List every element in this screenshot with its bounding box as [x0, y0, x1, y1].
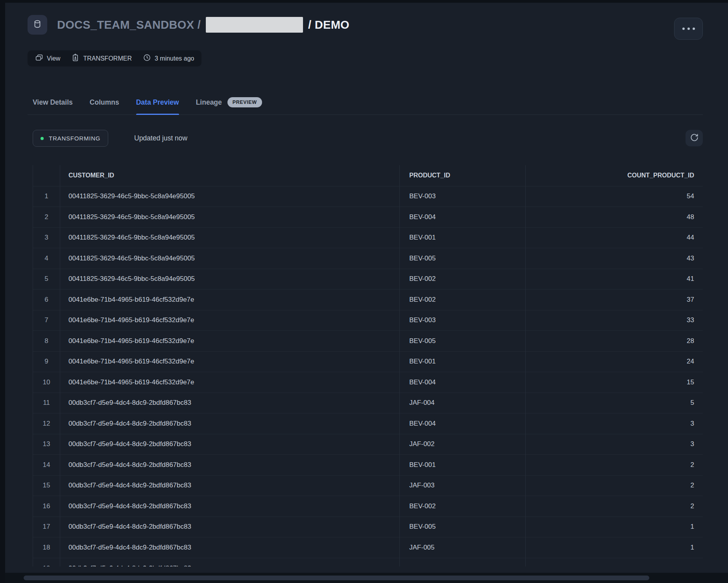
row-number-cell: 12 — [33, 413, 60, 434]
customer-id-cell: 0041e6be-71b4-4965-b619-46cf532d9e7e — [60, 290, 400, 310]
table-row: 1200db3cf7-d5e9-4dc4-8dc9-2bdfd867bc83BE… — [33, 413, 703, 434]
customer-id-cell: 00db3cf7-d5e9-4dc4-8dc9-2bdfd867bc83 — [60, 413, 400, 434]
tab-label: Lineage — [196, 98, 222, 107]
table-row: 1400db3cf7-d5e9-4dc4-8dc9-2bdfd867bc83BE… — [33, 455, 703, 476]
count-cell: 41 — [526, 269, 703, 290]
refresh-icon — [690, 133, 699, 144]
product-id-cell — [400, 558, 526, 566]
row-number-cell: 15 — [33, 475, 60, 496]
meta-type: View — [35, 54, 60, 63]
more-actions-button[interactable] — [674, 18, 703, 40]
table-row: 300411825-3629-46c5-9bbc-5c8a94e95005BEV… — [33, 227, 703, 248]
product-id-cell: BEV-002 — [400, 290, 526, 310]
product-id-cell: BEV-002 — [400, 496, 526, 517]
table-row: 100041e6be-71b4-4965-b619-46cf532d9e7eBE… — [33, 372, 703, 393]
count-cell: 43 — [526, 248, 703, 269]
product-id-cell: JAF-004 — [400, 393, 526, 413]
count-cell: 48 — [526, 207, 703, 228]
row-number-cell: 7 — [33, 310, 60, 331]
product-id-cell: BEV-004 — [400, 413, 526, 434]
table-row: 80041e6be-71b4-4965-b619-46cf532d9e7eBEV… — [33, 331, 703, 352]
product-id-cell: JAF-005 — [400, 537, 526, 558]
breadcrumb-title: DOCS_TEAM_SANDBOX / / DEMO — [57, 15, 349, 35]
table-row: 1900db3cf7-d5e9-4dc4-8dc9-2bdfd867bc83 — [33, 558, 703, 566]
data-preview-table: CUSTOMER_IDPRODUCT_IDCOUNT_PRODUCT_ID 10… — [33, 165, 703, 566]
product-id-cell: BEV-001 — [400, 455, 526, 476]
count-cell: 28 — [526, 331, 703, 352]
tab-columns[interactable]: Columns — [90, 90, 119, 115]
breadcrumb-object: / DEMO — [308, 18, 349, 31]
count-cell: 44 — [526, 227, 703, 248]
database-icon — [33, 19, 42, 30]
table-header-row: CUSTOMER_IDPRODUCT_IDCOUNT_PRODUCT_ID — [33, 165, 703, 186]
column-header-count_product_id: COUNT_PRODUCT_ID — [526, 165, 703, 186]
customer-id-cell: 00db3cf7-d5e9-4dc4-8dc9-2bdfd867bc83 — [60, 393, 400, 413]
row-number-cell: 5 — [33, 269, 60, 290]
refresh-button[interactable] — [686, 130, 703, 146]
status-badge: TRANSFORMING — [33, 130, 108, 147]
meta-role: TRANSFORMER — [71, 54, 132, 63]
meta-updated: 3 minutes ago — [143, 54, 194, 63]
product-id-cell: JAF-002 — [400, 434, 526, 455]
breadcrumb-database: DOCS_TEAM_SANDBOX / — [57, 18, 201, 31]
window-frame-top — [0, 0, 728, 3]
customer-id-cell: 0041e6be-71b4-4965-b619-46cf532d9e7e — [60, 372, 400, 393]
count-cell: 3 — [526, 413, 703, 434]
status-label: TRANSFORMING — [49, 135, 100, 142]
customer-id-cell: 00db3cf7-d5e9-4dc4-8dc9-2bdfd867bc83 — [60, 434, 400, 455]
id-badge-icon — [71, 54, 79, 63]
customer-id-cell: 0041e6be-71b4-4965-b619-46cf532d9e7e — [60, 331, 400, 352]
product-id-cell: BEV-005 — [400, 248, 526, 269]
customer-id-cell: 0041e6be-71b4-4965-b619-46cf532d9e7e — [60, 310, 400, 331]
h-scrollbar-thumb[interactable] — [24, 576, 649, 580]
tab-label: View Details — [33, 98, 73, 107]
count-cell: 37 — [526, 290, 703, 310]
customer-id-cell: 00411825-3629-46c5-9bbc-5c8a94e95005 — [60, 207, 400, 228]
meta-badge-bar: View TRANSFORMER 3 minutes ago — [28, 50, 201, 66]
row-number-cell: 9 — [33, 351, 60, 372]
row-number-cell: 13 — [33, 434, 60, 455]
tab-label: Columns — [90, 98, 119, 107]
row-number-cell: 17 — [33, 517, 60, 537]
row-number-cell: 16 — [33, 496, 60, 517]
table-row: 60041e6be-71b4-4965-b619-46cf532d9e7eBEV… — [33, 290, 703, 310]
table-row: 70041e6be-71b4-4965-b619-46cf532d9e7eBEV… — [33, 310, 703, 331]
h-scrollbar-track[interactable] — [5, 573, 728, 583]
tab-view-details[interactable]: View Details — [33, 90, 73, 115]
customer-id-cell: 00411825-3629-46c5-9bbc-5c8a94e95005 — [60, 227, 400, 248]
customer-id-cell: 00db3cf7-d5e9-4dc4-8dc9-2bdfd867bc83 — [60, 496, 400, 517]
table-row: 1100db3cf7-d5e9-4dc4-8dc9-2bdfd867bc83JA… — [33, 393, 703, 413]
layers-icon — [35, 54, 43, 63]
data-preview-table-wrap: CUSTOMER_IDPRODUCT_IDCOUNT_PRODUCT_ID 10… — [33, 165, 703, 566]
row-number-cell: 6 — [33, 290, 60, 310]
row-number-cell: 4 — [33, 248, 60, 269]
customer-id-cell: 00db3cf7-d5e9-4dc4-8dc9-2bdfd867bc83 — [60, 455, 400, 476]
entity-icon-tile — [28, 15, 47, 35]
meta-role-label: TRANSFORMER — [83, 55, 132, 62]
row-number-cell: 19 — [33, 558, 60, 566]
row-number-cell: 3 — [33, 227, 60, 248]
tab-lineage[interactable]: LineagePREVIEW — [196, 90, 262, 115]
count-cell — [526, 558, 703, 566]
count-cell: 3 — [526, 434, 703, 455]
tab-data-preview[interactable]: Data Preview — [136, 90, 179, 115]
row-number-cell: 18 — [33, 537, 60, 558]
column-header-product_id: PRODUCT_ID — [400, 165, 526, 186]
customer-id-cell: 00db3cf7-d5e9-4dc4-8dc9-2bdfd867bc83 — [60, 558, 400, 566]
column-header-customer_id: CUSTOMER_ID — [60, 165, 400, 186]
customer-id-cell: 00db3cf7-d5e9-4dc4-8dc9-2bdfd867bc83 — [60, 537, 400, 558]
count-cell: 54 — [526, 186, 703, 207]
count-cell: 15 — [526, 372, 703, 393]
redacted-schema-name — [206, 17, 303, 33]
product-id-cell: BEV-003 — [400, 310, 526, 331]
count-cell: 24 — [526, 351, 703, 372]
count-cell: 2 — [526, 496, 703, 517]
count-cell: 33 — [526, 310, 703, 331]
customer-id-cell: 00db3cf7-d5e9-4dc4-8dc9-2bdfd867bc83 — [60, 517, 400, 537]
updated-text: Updated just now — [134, 130, 187, 147]
product-id-cell: BEV-001 — [400, 227, 526, 248]
table-row: 400411825-3629-46c5-9bbc-5c8a94e95005BEV… — [33, 248, 703, 269]
customer-id-cell: 00db3cf7-d5e9-4dc4-8dc9-2bdfd867bc83 — [60, 475, 400, 496]
row-number-cell: 2 — [33, 207, 60, 228]
customer-id-cell: 00411825-3629-46c5-9bbc-5c8a94e95005 — [60, 269, 400, 290]
